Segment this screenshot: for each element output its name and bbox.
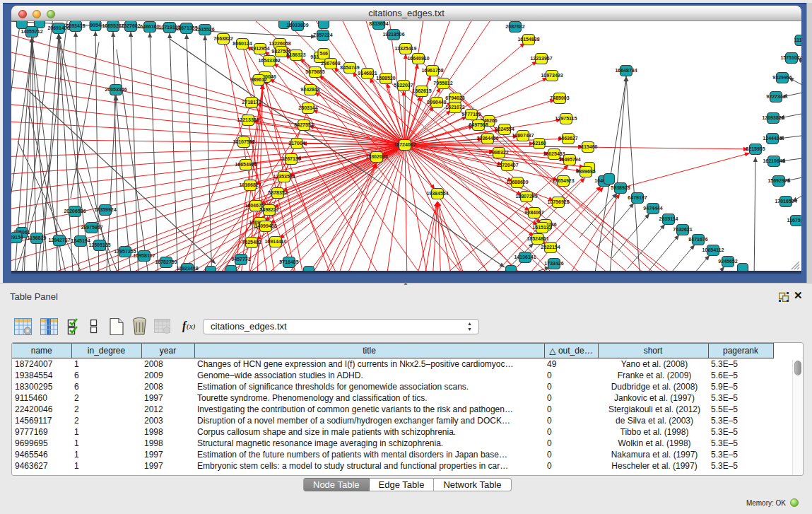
svg-text:1167535: 1167535	[787, 218, 801, 223]
svg-text:12213967: 12213967	[530, 56, 552, 61]
svg-text:6479197: 6479197	[628, 195, 647, 200]
svg-text:16914410: 16914410	[264, 239, 286, 244]
svg-text:1621072: 1621072	[445, 105, 464, 110]
svg-text:1527602: 1527602	[121, 23, 140, 28]
svg-text:16495794: 16495794	[558, 157, 580, 162]
svg-text:10807487: 10807487	[512, 133, 534, 138]
svg-text:1545194: 1545194	[71, 238, 90, 243]
svg-text:16033809: 16033809	[286, 23, 308, 28]
svg-text:16154838: 16154838	[517, 37, 539, 42]
svg-text:14099488: 14099488	[254, 223, 276, 228]
svg-text:9777169: 9777169	[461, 112, 481, 117]
svg-text:2718170: 2718170	[242, 100, 261, 105]
svg-text:1615132: 1615132	[532, 225, 551, 230]
svg-text:18524861: 18524861	[526, 236, 548, 241]
svg-text:39154: 39154	[11, 235, 23, 240]
svg-text:8660124: 8660124	[233, 41, 252, 46]
svg-text:15751074: 15751074	[780, 55, 801, 60]
svg-text:8215955: 8215955	[746, 146, 765, 151]
svg-text:16648784: 16648784	[615, 68, 637, 73]
svg-text:12942737: 12942737	[48, 238, 70, 243]
svg-text:39975867: 39975867	[81, 225, 102, 230]
svg-text:9463627: 9463627	[558, 136, 577, 141]
svg-text:12923448: 12923448	[176, 266, 198, 271]
svg-text:14055712: 14055712	[20, 29, 42, 34]
svg-text:10025433: 10025433	[543, 151, 565, 156]
svg-text:16543382: 16543382	[258, 58, 280, 63]
svg-text:62160: 62160	[532, 141, 546, 146]
svg-text:19384554: 19384554	[426, 191, 448, 196]
svg-text:9329966: 9329966	[772, 75, 792, 80]
svg-text:15302035: 15302035	[365, 154, 387, 159]
svg-text:15692971: 15692971	[767, 178, 789, 183]
svg-text:10958107: 10958107	[133, 253, 155, 258]
svg-text:17359924: 17359924	[94, 207, 116, 212]
svg-text:7485003: 7485003	[550, 95, 569, 100]
svg-text:10107552: 10107552	[233, 139, 254, 144]
svg-text:1588520: 1588520	[376, 76, 395, 81]
svg-text:18807249: 18807249	[515, 194, 537, 199]
svg-text:11125: 11125	[794, 37, 801, 42]
svg-text:19218506: 19218506	[382, 32, 404, 37]
svg-text:5322037: 5322037	[394, 83, 413, 88]
svg-text:3267130: 3267130	[281, 156, 300, 161]
svg-text:6893418: 6893418	[66, 23, 85, 28]
svg-text:1244415: 1244415	[763, 136, 782, 141]
svg-text:8912954: 8912954	[250, 46, 269, 51]
svg-text:9899695: 9899695	[576, 169, 595, 174]
svg-text:9227342: 9227342	[766, 94, 785, 99]
svg-text:8427552: 8427552	[294, 122, 313, 127]
svg-text:20053346: 20053346	[105, 87, 126, 92]
svg-text:10654112: 10654112	[702, 247, 724, 252]
svg-text:8454749: 8454749	[340, 65, 359, 70]
svg-text:9457771: 9457771	[231, 257, 250, 262]
svg-text:2522154: 2522154	[541, 245, 560, 250]
svg-text:19166827: 19166827	[239, 182, 261, 187]
svg-text:9084067: 9084067	[524, 210, 543, 215]
svg-text:6466160: 6466160	[140, 24, 159, 29]
svg-text:7986322: 7986322	[489, 150, 508, 155]
svg-text:546: 546	[319, 51, 328, 56]
svg-text:17654923: 17654923	[552, 178, 574, 183]
svg-text:(x): (x)	[187, 322, 196, 331]
svg-text:2803144: 2803144	[298, 105, 317, 110]
svg-text:9115460: 9115460	[579, 144, 598, 149]
svg-text:8471676: 8471676	[688, 237, 707, 242]
svg-text:18724007: 18724007	[394, 142, 416, 147]
svg-text:8813054: 8813054	[369, 21, 388, 26]
svg-text:20206586: 20206586	[64, 209, 86, 214]
svg-text:14136141: 14136141	[514, 255, 536, 259]
svg-text:7955812: 7955812	[433, 81, 452, 86]
svg-text:1156829: 1156829	[28, 235, 47, 240]
svg-text:1733426: 1733426	[544, 261, 563, 266]
svg-text:5878352: 5878352	[268, 190, 287, 195]
svg-text:10756928: 10756928	[547, 199, 569, 204]
svg-text:2087682: 2087682	[505, 24, 524, 29]
svg-text:20364436: 20364436	[476, 136, 498, 141]
svg-text:12093822: 12093822	[762, 115, 784, 120]
svg-text:5675685: 5675685	[305, 69, 324, 74]
svg-text:13226058: 13226058	[269, 41, 290, 46]
svg-text:6794028: 6794028	[445, 95, 464, 100]
svg-text:7632621: 7632621	[673, 227, 692, 232]
svg-text:5938928: 5938928	[611, 185, 630, 190]
svg-text:8186323: 8186323	[286, 52, 305, 57]
svg-text:15720407: 15720407	[496, 163, 518, 168]
svg-text:5498222: 5498222	[259, 207, 278, 212]
svg-text:2367608: 2367608	[321, 61, 340, 66]
svg-text:7515526: 7515526	[195, 27, 214, 32]
svg-text:12353594: 12353594	[273, 174, 295, 179]
svg-text:217004: 217004	[288, 141, 305, 146]
svg-text:16782759: 16782759	[155, 259, 177, 264]
svg-text:11325419: 11325419	[395, 46, 417, 51]
svg-text:3624554: 3624554	[495, 127, 514, 132]
svg-text:16961758: 16961758	[421, 68, 443, 73]
svg-text:989612: 989612	[250, 77, 266, 82]
svg-text:10973493: 10973493	[541, 73, 563, 78]
svg-text:16210643: 16210643	[763, 158, 784, 163]
svg-text:7663822: 7663822	[213, 36, 233, 41]
svg-text:12213389: 12213389	[237, 117, 259, 122]
svg-text:12505135: 12505135	[88, 243, 110, 247]
svg-text:9146821: 9146821	[358, 71, 377, 76]
svg-text:7625402: 7625402	[242, 240, 261, 245]
